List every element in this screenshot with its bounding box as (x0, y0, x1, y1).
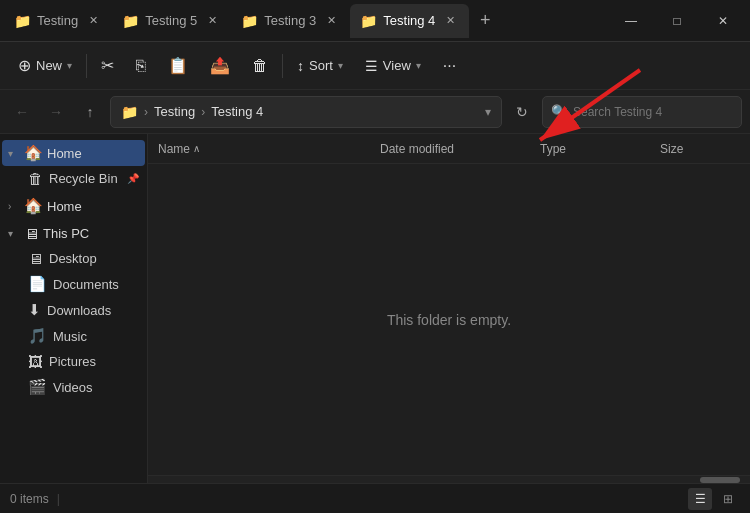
tab-label: Testing (37, 13, 78, 28)
home2-icon: 🏠 (24, 197, 43, 215)
tab-close-btn[interactable]: ✕ (203, 12, 221, 30)
sidebar-item-label: Pictures (49, 354, 139, 369)
sidebar-item-label: Recycle Bin (49, 171, 121, 186)
sidebar-item-videos[interactable]: 🎬 Videos (22, 374, 145, 400)
tab-testing[interactable]: 📁 Testing ✕ (4, 4, 112, 38)
tab-folder-icon: 📁 (122, 13, 139, 29)
chevron-down-icon: ▾ (8, 228, 20, 239)
col-type-label: Type (540, 142, 566, 156)
view-button[interactable]: ☰ View ▾ (355, 52, 431, 80)
tab-close-btn[interactable]: ✕ (322, 12, 340, 30)
sidebar-section-home: ▾ 🏠 Home 🗑 Recycle Bin 📌 (0, 140, 147, 191)
tab-bar: 📁 Testing ✕ 📁 Testing 5 ✕ 📁 Testing 3 ✕ … (0, 0, 750, 42)
documents-icon: 📄 (28, 275, 47, 293)
horizontal-scrollbar[interactable] (148, 475, 750, 483)
address-bar: ← → ↑ 📁 › Testing › Testing 4 ▾ ↻ 🔍 (0, 90, 750, 134)
view-controls: ☰ ⊞ (688, 488, 740, 510)
close-button[interactable]: ✕ (700, 5, 746, 37)
sidebar-children-this-pc: 🖥 Desktop 📄 Documents ⬇ Downloads 🎵 Musi… (0, 246, 147, 400)
new-tab-button[interactable]: + (469, 5, 501, 37)
cut-icon: ✂ (101, 56, 114, 75)
copy-button[interactable]: ⎘ (126, 51, 156, 81)
tab-close-btn[interactable]: ✕ (441, 12, 459, 30)
up-button[interactable]: ↑ (76, 98, 104, 126)
new-icon: ⊕ (18, 56, 31, 75)
move-button[interactable]: 📤 (200, 50, 240, 81)
sidebar-item-home2[interactable]: › 🏠 Home (2, 193, 145, 219)
content-area: Name ∧ Date modified Type Size This fold… (148, 134, 750, 483)
view-label: View (383, 58, 411, 73)
sidebar-item-desktop[interactable]: 🖥 Desktop (22, 246, 145, 271)
tab-testing4[interactable]: 📁 Testing 4 ✕ (350, 4, 469, 38)
path-dropdown-icon[interactable]: ▾ (485, 105, 491, 119)
cut-button[interactable]: ✂ (91, 50, 124, 81)
search-input[interactable] (573, 105, 713, 119)
tab-folder-icon: 📁 (241, 13, 258, 29)
new-button[interactable]: ⊕ New ▾ (8, 50, 82, 81)
col-header-date[interactable]: Date modified (380, 142, 540, 156)
sidebar-item-label: Videos (53, 380, 139, 395)
paste-icon: 📋 (168, 56, 188, 75)
col-name-label: Name (158, 142, 190, 156)
tab-label: Testing 5 (145, 13, 197, 28)
rename-button[interactable]: 🗑 (242, 51, 278, 81)
details-view-button[interactable]: ☰ (688, 488, 712, 510)
tiles-view-button[interactable]: ⊞ (716, 488, 740, 510)
col-date-label: Date modified (380, 142, 454, 156)
sidebar-item-downloads[interactable]: ⬇ Downloads (22, 297, 145, 323)
move-icon: 📤 (210, 56, 230, 75)
view-icon: ☰ (365, 58, 378, 74)
tab-folder-icon: 📁 (14, 13, 31, 29)
sidebar-item-recycle-bin[interactable]: 🗑 Recycle Bin 📌 (22, 166, 145, 191)
copy-icon: ⎘ (136, 57, 146, 75)
col-size-label: Size (660, 142, 683, 156)
col-header-type[interactable]: Type (540, 142, 660, 156)
search-box[interactable]: 🔍 (542, 96, 742, 128)
forward-button[interactable]: → (42, 98, 70, 126)
toolbar: ⊕ New ▾ ✂ ⎘ 📋 📤 🗑 ↕ Sort ▾ ☰ View ▾ ··· (0, 42, 750, 90)
more-button[interactable]: ··· (433, 51, 466, 81)
folder-icon: 📁 (121, 104, 138, 120)
new-label: New (36, 58, 62, 73)
status-separator: | (57, 492, 60, 506)
computer-icon: 🖥 (24, 225, 39, 242)
sidebar-item-music[interactable]: 🎵 Music (22, 323, 145, 349)
videos-icon: 🎬 (28, 378, 47, 396)
sort-icon: ↕ (297, 58, 304, 74)
toolbar-separator (86, 54, 87, 78)
toolbar-separator2 (282, 54, 283, 78)
sort-dropdown-icon: ▾ (338, 60, 343, 71)
col-header-name[interactable]: Name ∧ (158, 142, 380, 156)
sidebar-item-this-pc[interactable]: ▾ 🖥 This PC (2, 221, 145, 246)
sidebar-item-label: Home (47, 146, 139, 161)
sidebar-children-home: 🗑 Recycle Bin 📌 (0, 166, 147, 191)
sidebar-item-pictures[interactable]: 🖼 Pictures (22, 349, 145, 374)
minimize-button[interactable]: — (608, 5, 654, 37)
sort-button[interactable]: ↕ Sort ▾ (287, 52, 353, 80)
tab-folder-icon: 📁 (360, 13, 377, 29)
window-controls: — □ ✕ (608, 5, 746, 37)
tab-testing5[interactable]: 📁 Testing 5 ✕ (112, 4, 231, 38)
tab-testing3[interactable]: 📁 Testing 3 ✕ (231, 4, 350, 38)
home-icon: 🏠 (24, 144, 43, 162)
scrollbar-thumb[interactable] (700, 477, 740, 483)
path-root: Testing (154, 104, 195, 119)
paste-button[interactable]: 📋 (158, 50, 198, 81)
chevron-right-icon: › (8, 201, 20, 212)
back-button[interactable]: ← (8, 98, 36, 126)
tab-label: Testing 3 (264, 13, 316, 28)
sort-label: Sort (309, 58, 333, 73)
view-dropdown-icon: ▾ (416, 60, 421, 71)
address-path[interactable]: 📁 › Testing › Testing 4 ▾ (110, 96, 502, 128)
new-dropdown-icon: ▾ (67, 60, 72, 71)
maximize-button[interactable]: □ (654, 5, 700, 37)
sidebar-section-home2: › 🏠 Home (0, 193, 147, 219)
refresh-button[interactable]: ↻ (508, 98, 536, 126)
chevron-down-icon: ▾ (8, 148, 20, 159)
path-separator2: › (201, 105, 205, 119)
empty-message: This folder is empty. (387, 312, 511, 328)
col-header-size[interactable]: Size (660, 142, 740, 156)
sidebar-item-documents[interactable]: 📄 Documents (22, 271, 145, 297)
sidebar-item-home[interactable]: ▾ 🏠 Home (2, 140, 145, 166)
tab-close-btn[interactable]: ✕ (84, 12, 102, 30)
